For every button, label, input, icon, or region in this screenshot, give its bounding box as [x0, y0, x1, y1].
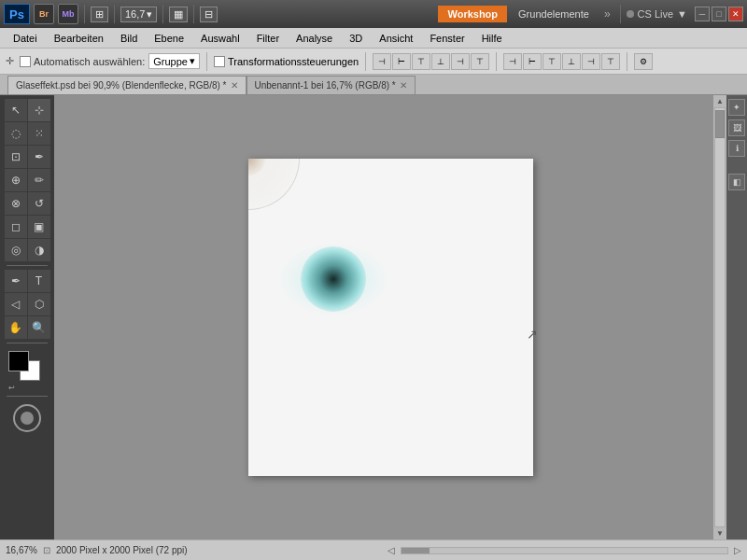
extra-opt-btn[interactable]: ⚙	[634, 53, 653, 70]
canvas-area[interactable]: ↗ ▲ ▼	[54, 95, 726, 539]
eyedropper-tool[interactable]: ✒	[28, 146, 50, 168]
quick-mask-button[interactable]	[13, 404, 41, 432]
auto-select-checkbox[interactable]	[20, 56, 31, 67]
menu-bearbeiten[interactable]: Bearbeiten	[47, 31, 111, 46]
scroll-thumb[interactable]	[715, 110, 725, 138]
workspace-button[interactable]: Workshop	[438, 6, 507, 22]
maximize-button[interactable]: □	[712, 7, 726, 21]
crop-tool[interactable]: ⊡	[5, 146, 27, 168]
h-scroll-thumb[interactable]	[402, 548, 430, 553]
doc-tab-unbenannt-close[interactable]: ✕	[400, 80, 407, 91]
blur-tool[interactable]: ◎	[5, 239, 27, 261]
tool-row-6: ◻ ▣	[5, 216, 50, 238]
doc-tab-unbenannt[interactable]: Unbenannt-1 bei 16,7% (RGB/8) * ✕	[247, 76, 416, 94]
vertical-scrollbar[interactable]: ▲ ▼	[713, 95, 726, 539]
clone-tool[interactable]: ⊗	[5, 192, 27, 215]
opt-sep-3	[496, 52, 497, 71]
scroll-up-arrow[interactable]: ▲	[716, 97, 724, 105]
menu-hilfe[interactable]: Hilfe	[474, 31, 510, 46]
text-tool[interactable]: T	[28, 270, 50, 292]
tool-row-7: ◎ ◑	[5, 239, 50, 261]
spot-heal-tool[interactable]: ⊕	[5, 169, 27, 191]
size-dropdown-arrow: ▾	[147, 8, 152, 21]
size-dropdown[interactable]: 16,7 ▾	[120, 7, 157, 22]
align-center-h-btn[interactable]: ⊢	[392, 53, 411, 70]
scroll-down-arrow[interactable]: ▼	[716, 529, 724, 538]
color-picker-area: ↩	[7, 351, 48, 392]
auto-select-label: Automatisch auswählen:	[34, 56, 145, 67]
horizontal-scrollbar[interactable]	[401, 547, 728, 554]
doc-tab-glaseffekt-close[interactable]: ✕	[231, 80, 238, 91]
panel-layers-btn[interactable]: ◧	[728, 174, 745, 190]
scroll-track	[714, 107, 726, 527]
main-area: ↖ ⊹ ◌ ⁙ ⊡ ✒ ⊕ ✏ ⊗ ↺ ◻ ▣ ◎ ◑ ✒ T	[0, 95, 747, 539]
menu-ansicht[interactable]: Ansicht	[372, 31, 420, 46]
distrib-3-btn[interactable]: ⊤	[543, 53, 561, 70]
auto-select-dropdown[interactable]: Gruppe ▾	[148, 53, 200, 69]
foreground-color[interactable]	[8, 351, 29, 371]
menu-analyse[interactable]: Analyse	[289, 31, 340, 46]
arrange-dropdown[interactable]: ⊟	[200, 7, 218, 22]
align-right-btn[interactable]: ⊤	[412, 53, 430, 70]
more-workspaces-arrow[interactable]: »	[600, 7, 614, 21]
path-tool[interactable]: ◁	[5, 293, 27, 315]
eraser-tool[interactable]: ◻	[5, 216, 27, 238]
move-tool[interactable]: ↖	[5, 99, 27, 121]
close-button[interactable]: ✕	[728, 7, 743, 21]
scroll-right-arrow[interactable]: ▷	[734, 545, 741, 555]
tool-row-1: ↖ ⊹	[5, 99, 50, 121]
hand-tool[interactable]: ✋	[5, 316, 27, 339]
lasso-tool[interactable]: ◌	[5, 122, 27, 145]
align-left-btn[interactable]: ⊣	[373, 53, 391, 70]
menu-fenster[interactable]: Fenster	[422, 31, 472, 46]
menu-3d[interactable]: 3D	[342, 31, 370, 46]
mini-bridge-button[interactable]: Mb	[58, 4, 78, 24]
dodge-tool[interactable]: ◑	[28, 239, 50, 261]
shape-tool[interactable]: ⬡	[28, 293, 50, 315]
distrib-2-btn[interactable]: ⊢	[523, 53, 542, 70]
tool-sep-3	[7, 396, 48, 397]
title-divider-4	[193, 5, 194, 23]
distrib-4-btn[interactable]: ⊥	[562, 53, 581, 70]
panel-info-btn[interactable]: ℹ	[728, 140, 745, 157]
grundelemente-button[interactable]: Grundelemente	[511, 6, 597, 22]
select-tool[interactable]: ⊹	[28, 99, 50, 121]
transform-label: Transformationssteuerungen	[228, 56, 359, 67]
distrib-1-btn[interactable]: ⊣	[503, 53, 522, 70]
scroll-left-arrow[interactable]: ◁	[388, 545, 395, 555]
statusbar: 16,67% ⊡ 2000 Pixel x 2000 Pixel (72 ppi…	[0, 539, 747, 560]
transform-wrapper: Transformationssteuerungen	[214, 56, 359, 67]
menu-auswahl[interactable]: Auswahl	[193, 31, 247, 46]
distrib-5-btn[interactable]: ⊣	[582, 53, 600, 70]
brush-tool[interactable]: ✏	[28, 169, 50, 191]
distrib-6-btn[interactable]: ⊤	[601, 53, 620, 70]
menu-bild[interactable]: Bild	[113, 31, 145, 46]
zoom-level: 16,67%	[6, 545, 37, 555]
bridge-button[interactable]: Br	[34, 4, 54, 24]
cslive-area[interactable]: CS Live ▼	[627, 8, 687, 20]
menu-ebene[interactable]: Ebene	[147, 31, 191, 46]
panel-arrange-btn[interactable]: ✦	[728, 99, 745, 116]
align-top-btn[interactable]: ⊥	[431, 53, 450, 70]
minimize-button[interactable]: ─	[695, 7, 710, 21]
align-center-v-btn[interactable]: ⊣	[451, 53, 470, 70]
view-mode-dropdown[interactable]: ⊞	[91, 7, 108, 22]
align-bottom-btn[interactable]: ⊤	[471, 53, 489, 70]
align-buttons: ⊣ ⊢ ⊤ ⊥ ⊣ ⊤	[373, 53, 489, 70]
panel-img-btn[interactable]: 🖼	[728, 119, 745, 136]
transform-checkbox[interactable]	[214, 56, 225, 67]
canvas-document	[248, 159, 533, 476]
pen-tool[interactable]: ✒	[5, 270, 27, 292]
menu-datei[interactable]: Datei	[6, 31, 45, 46]
layout-dropdown[interactable]: ▦	[169, 7, 188, 22]
zoom-tool[interactable]: 🔍	[28, 316, 50, 339]
color-reset-icon[interactable]: ↩	[8, 384, 46, 392]
doc-tab-unbenannt-label: Unbenannt-1 bei 16,7% (RGB/8) *	[255, 80, 396, 91]
history-tool[interactable]: ↺	[28, 192, 50, 215]
gradient-tool[interactable]: ▣	[28, 216, 50, 238]
magic-wand-tool[interactable]: ⁙	[28, 122, 50, 145]
doc-tab-glaseffekt[interactable]: Glaseffekt.psd bei 90,9% (Blendenflecke,…	[7, 76, 247, 94]
title-divider-5	[620, 5, 621, 23]
menu-filter[interactable]: Filter	[249, 31, 287, 46]
canvas-content	[248, 159, 533, 476]
